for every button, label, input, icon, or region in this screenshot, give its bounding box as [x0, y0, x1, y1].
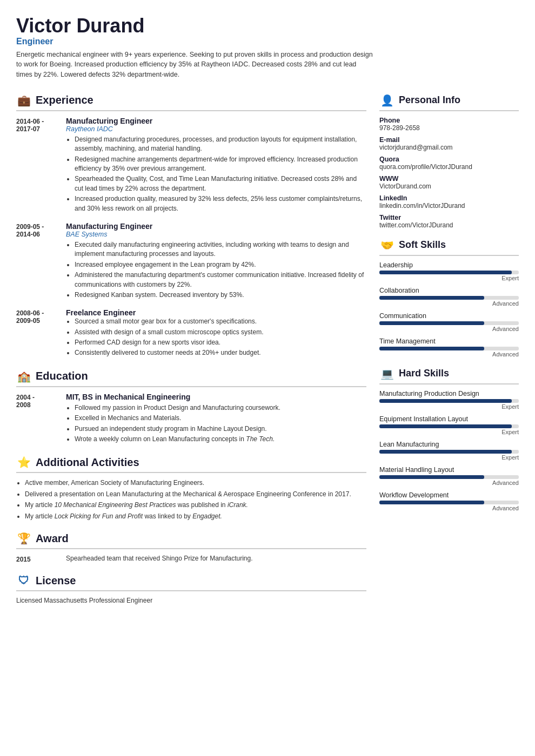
experience-icon: 💼 — [16, 93, 31, 108]
additional-icon: ⭐ — [16, 455, 31, 470]
hard-skill-1: Equipment Installation Layout Expert — [379, 415, 519, 435]
soft-skill-bar-bg-1 — [379, 296, 519, 300]
exp-bullets-3: Sourced a small motor gear box for a cus… — [66, 317, 366, 358]
www-value: VictorDurand.com — [379, 183, 519, 190]
soft-skill-1: Collaboration Advanced — [379, 287, 519, 307]
exp-bullets-1: Designed manufacturing procedures, proce… — [66, 135, 366, 213]
candidate-name: Victor Durand — [16, 15, 519, 37]
hard-skill-level-1: Expert — [379, 429, 519, 435]
hard-skill-bar-fill-4 — [379, 501, 484, 504]
exp-bullet-2-2: Increased employee engagement in the Lea… — [75, 260, 366, 269]
twitter-value: twitter.com/VictorJDurand — [379, 221, 519, 229]
additional-bullets: Active member, American Society of Manuf… — [16, 478, 366, 521]
exp-bullet-3-3: Performed CAD design for a new sports vi… — [75, 338, 366, 347]
edu-bullet-1-1: Followed my passion in Product Design an… — [75, 403, 366, 413]
hard-skill-bar-bg-1 — [379, 424, 519, 428]
quora-value: quora.com/profile/VictorJDurand — [379, 163, 519, 171]
soft-skills-icon: 🤝 — [379, 238, 394, 253]
www-label: WWW — [379, 175, 519, 183]
exp-title-3: Freelance Engineer — [66, 308, 366, 317]
add-bullet-2: Delivered a presentation on Lean Manufac… — [25, 490, 366, 499]
soft-skill-0: Leadership Expert — [379, 261, 519, 281]
edu-bullets-1: Followed my passion in Product Design an… — [66, 403, 366, 444]
twitter-item: Twitter twitter.com/VictorJDurand — [379, 214, 519, 229]
phone-label: Phone — [379, 117, 519, 124]
exp-bullet-3-1: Sourced a small motor gear box for a cus… — [75, 317, 366, 326]
edu-bullet-1-4: Wrote a weekly column on Lean Manufactur… — [75, 435, 366, 444]
exp-bullet-3-4: Consistently delivered to customer needs… — [75, 348, 366, 357]
soft-skill-bar-bg-0 — [379, 271, 519, 274]
exp-bullet-2-1: Executed daily manufacturing engineering… — [75, 240, 366, 259]
edu-bullet-1-3: Pursued an independent study program in … — [75, 424, 366, 434]
education-icon: 🏫 — [16, 369, 31, 384]
exp-content-2: Manufacturing Engineer BAE Systems Execu… — [66, 222, 366, 301]
exp-title-1: Manufacturing Engineer — [66, 117, 366, 125]
edu-title-1: MIT, BS in Mechanical Engineering — [66, 393, 366, 401]
candidate-summary: Energetic mechanical engineer with 9+ ye… — [16, 50, 373, 80]
award-icon: 🏆 — [16, 531, 31, 546]
linkedin-label: LinkedIn — [379, 194, 519, 202]
left-column: 💼 Experience 2014-06 - 2017-07 Manufactu… — [16, 93, 366, 604]
exp-bullet-1-3: Spearheaded the Quality, Cost, and Time … — [75, 174, 366, 193]
exp-bullet-3-2: Assisted with design of a small custom m… — [75, 328, 366, 337]
exp-entry-3: 2008-06 - 2009-05 Freelance Engineer Sou… — [16, 308, 366, 359]
soft-skill-bar-bg-2 — [379, 321, 519, 325]
soft-skill-2: Communication Advanced — [379, 312, 519, 332]
personal-info-icon: 👤 — [379, 93, 394, 108]
additional-content: Active member, American Society of Manuf… — [16, 478, 366, 521]
exp-date-1: 2014-06 - 2017-07 — [16, 117, 59, 214]
header: Victor Durand Engineer Energetic mechani… — [16, 15, 519, 80]
award-entry: 2015 Spearheaded team that received Shin… — [16, 555, 366, 563]
exp-bullet-1-1: Designed manufacturing procedures, proce… — [75, 135, 366, 154]
hard-skill-bar-fill-1 — [379, 424, 512, 428]
exp-entry-2: 2009-05 - 2014-06 Manufacturing Engineer… — [16, 222, 366, 301]
add-bullet-1: Active member, American Society of Manuf… — [25, 478, 366, 488]
candidate-title: Engineer — [16, 37, 519, 46]
soft-skill-bar-fill-2 — [379, 321, 484, 325]
twitter-label: Twitter — [379, 214, 519, 221]
exp-content-1: Manufacturing Engineer Raytheon IADC Des… — [66, 117, 366, 214]
hard-skill-name-3: Material Handling Layout — [379, 466, 519, 474]
exp-bullet-2-3: Administered the manufacturing departmen… — [75, 271, 366, 289]
exp-bullets-2: Executed daily manufacturing engineering… — [66, 240, 366, 300]
exp-bullet-1-4: Increased production quality, measured b… — [75, 194, 366, 213]
soft-skill-bar-fill-3 — [379, 347, 484, 350]
hard-skills-icon: 💻 — [379, 366, 394, 381]
exp-entry-1: 2014-06 - 2017-07 Manufacturing Engineer… — [16, 117, 366, 214]
phone-item: Phone 978-289-2658 — [379, 117, 519, 132]
soft-skill-name-1: Collaboration — [379, 287, 519, 294]
exp-date-3: 2008-06 - 2009-05 — [16, 308, 59, 359]
education-section-title: 🏫 Education — [16, 369, 366, 387]
hard-skills-section-title: 💻 Hard Skills — [379, 366, 519, 384]
license-section-title: 🛡 License — [16, 573, 366, 591]
hard-skill-level-4: Advanced — [379, 505, 519, 511]
page: Victor Durand Engineer Energetic mechani… — [0, 0, 535, 615]
exp-date-2: 2009-05 - 2014-06 — [16, 222, 59, 301]
hard-skill-bar-bg-2 — [379, 450, 519, 454]
hard-skill-name-0: Manufacturing Production Design — [379, 390, 519, 397]
edu-content-1: MIT, BS in Mechanical Engineering Follow… — [66, 393, 366, 446]
hard-skill-4: Workflow Development Advanced — [379, 491, 519, 511]
personal-info-section-title: 👤 Personal Info — [379, 93, 519, 111]
experience-section-title: 💼 Experience — [16, 93, 366, 111]
phone-value: 978-289-2658 — [379, 124, 519, 132]
hard-skill-bar-bg-3 — [379, 475, 519, 479]
exp-company-2: BAE Systems — [66, 231, 366, 238]
soft-skill-name-0: Leadership — [379, 261, 519, 269]
license-text: Licensed Massachusetts Professional Engi… — [16, 597, 366, 604]
add-bullet-3: My article 10 Mechanical Engineering Bes… — [25, 501, 366, 510]
exp-bullet-2-4: Redesigned Kanban system. Decreased inve… — [75, 291, 366, 300]
hard-skill-level-3: Advanced — [379, 480, 519, 486]
exp-bullet-1-2: Redesigned machine arrangements departme… — [75, 155, 366, 174]
soft-skill-3: Time Management Advanced — [379, 338, 519, 357]
exp-content-3: Freelance Engineer Sourced a small motor… — [66, 308, 366, 359]
hard-skill-level-0: Expert — [379, 403, 519, 410]
hard-skills-container: Manufacturing Production Design Expert E… — [379, 390, 519, 511]
soft-skill-level-1: Advanced — [379, 300, 519, 307]
hard-skill-bar-fill-2 — [379, 450, 512, 454]
linkedin-item: LinkedIn linkedin.com/in/VictorJDurand — [379, 194, 519, 210]
add-bullet-4: My article Lock Picking for Fun and Prof… — [25, 512, 366, 521]
soft-skills-section-title: 🤝 Soft Skills — [379, 238, 519, 256]
edu-date-1: 2004 - 2008 — [16, 393, 59, 446]
edu-entry-1: 2004 - 2008 MIT, BS in Mechanical Engine… — [16, 393, 366, 446]
